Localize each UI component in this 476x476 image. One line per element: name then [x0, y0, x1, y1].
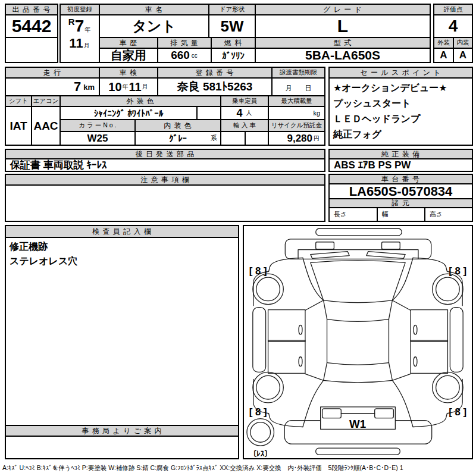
car-diagram: [ 8 ] [ 8 ] [ 8 ] [ 8 ] W1 〔ﾚｽ〕	[244, 226, 472, 458]
hood-outline	[298, 250, 418, 259]
inspection-value: 10 年 11 月	[99, 77, 158, 96]
era-letter: R	[68, 17, 75, 27]
car-name-value: タント	[99, 14, 209, 38]
damage-mark-front-left: [ 8 ]	[249, 265, 267, 277]
interior-color-value: ｸﾞﾚｰ 系	[134, 131, 221, 146]
side-sill-left	[253, 308, 266, 372]
inspector-notes-header: 検 査 員 記 入 欄	[5, 225, 239, 238]
front-wheel-right	[433, 274, 463, 304]
first-registration-value: R 7 年 11 月	[60, 14, 100, 63]
inspection-month-unit: 月	[142, 83, 148, 91]
a-pillar-left	[303, 258, 324, 310]
damage-mark-tailgate: W1	[349, 418, 366, 430]
rear-window-sides	[324, 363, 393, 381]
door-handle-front-right	[414, 325, 417, 334]
a-pillar-right	[392, 258, 413, 310]
first-registration-month-line: 11 月	[69, 36, 90, 51]
first-registration-month: 11	[69, 36, 83, 51]
lot-number-header: 出 品 番 号	[5, 4, 58, 15]
capacity-header: 乗車定員	[220, 95, 269, 107]
inspection-year-unit: 年	[123, 83, 129, 91]
lot-number-empty-box	[5, 37, 58, 63]
import-car-header: 輸 入 車	[220, 119, 269, 132]
car-diagram-box: [ 8 ] [ 8 ] [ 8 ] [ 8 ] W1 〔ﾚｽ〕	[243, 225, 473, 459]
office-notice-box	[5, 436, 239, 459]
roof-front-edge	[327, 319, 389, 321]
auction-sheet: 出 品 番 号 5442 初度登録 R 7 年 11 月 車 名 タント ドア形…	[0, 0, 476, 476]
headlight-right	[382, 242, 400, 249]
recycle-deposit-amount: 9,280	[287, 133, 312, 145]
import-car-cell-2	[245, 131, 269, 146]
rear-bumper-strip	[316, 448, 400, 455]
registration-number-value: 奈良 581ﾄ5263	[157, 77, 273, 96]
notes-box	[5, 184, 325, 222]
roof-sides	[327, 319, 389, 362]
exterior-color-suffix-cell	[196, 106, 221, 120]
exterior-grade-header: 外装	[433, 37, 454, 49]
model-code-value: 5BA-LA650S	[255, 48, 431, 63]
rear-fender-right	[413, 379, 462, 427]
side-sill-right	[450, 308, 463, 372]
fuel-header: 燃 料	[211, 37, 256, 49]
sales-points-header: セ ー ル ス ポ イ ン ト	[328, 67, 473, 79]
inspection-header: 車 検	[99, 67, 158, 79]
spec-height-cell: 高さ	[424, 207, 473, 222]
month-unit: 月	[84, 42, 90, 50]
transfer-docs-deadline-value: 月 日	[271, 77, 325, 96]
color-number-header: カ ラ ー N o .	[60, 119, 136, 132]
displacement-unit: cc	[192, 52, 198, 59]
capacity-number: 4	[236, 107, 242, 120]
headlight-left	[316, 242, 334, 249]
capacity-unit: 人	[246, 109, 252, 117]
office-notice-header: 事 務 局 よ り ご 案 内	[5, 425, 239, 437]
spare-tire-mark: 〔ﾚｽ〕	[249, 449, 272, 458]
car-history-value: 自家用	[99, 48, 158, 63]
front-wheel-right-inner	[436, 277, 460, 301]
rear-fender-left	[253, 379, 303, 427]
front-bumper-strip	[316, 228, 402, 236]
score-value: 4	[433, 14, 473, 38]
inspector-note-line: ステレオレス穴	[10, 254, 77, 268]
recycle-deposit-unit: 円	[314, 134, 320, 143]
front-bumper-body	[285, 239, 431, 259]
wiper-left	[311, 252, 349, 259]
chassis-number-value: LA650S-0570834	[328, 183, 473, 199]
aircon-value: AAC	[31, 106, 61, 146]
first-registration-header: 初度登録	[60, 4, 100, 15]
model-code-header: 型 式	[255, 37, 431, 49]
spare-tire	[247, 419, 274, 446]
wiper-right	[367, 252, 405, 259]
door-handle-rear-left	[299, 357, 302, 367]
exterior-grade-value: A	[433, 48, 454, 63]
rear-wheel-left-inner	[256, 375, 280, 399]
mileage-number: 7	[74, 79, 81, 95]
sales-point-line: ＬＥＤヘッドランプ	[333, 111, 420, 127]
rear-wheel-right-inner	[436, 375, 460, 399]
damage-mark-rear-left: [ 8 ]	[249, 406, 267, 418]
max-load-header: 最大積載量	[268, 95, 325, 107]
rear-window-bottom	[324, 380, 393, 382]
inspector-notes-box: 修正機跡 ステレオレス穴	[5, 237, 239, 426]
car-history-header: 車 歴	[99, 37, 158, 49]
door-handle-rear-right	[414, 357, 417, 367]
interior-grade-header: 内装	[453, 37, 473, 49]
sales-point-line: プッシュスタート	[333, 96, 411, 111]
displacement-value: 660 cc	[157, 48, 212, 63]
recycle-deposit-value: 9,280 円	[268, 131, 325, 146]
door-shape-header: ドア形状	[208, 4, 256, 15]
year-unit: 年	[84, 26, 90, 34]
door-handle-front-left	[299, 325, 302, 334]
notes-header: 注 意 事 項 欄	[5, 174, 325, 186]
fuel-value: ｶﾞｿﾘﾝ	[211, 48, 256, 63]
max-load-value: kg	[268, 106, 325, 120]
mileage-unit: km	[83, 83, 95, 92]
damage-mark-front-right: [ 8 ]	[449, 265, 466, 277]
displacement-number: 660	[171, 49, 190, 62]
interior-color-suffix: 系	[211, 134, 217, 143]
inspection-year: 10	[108, 80, 121, 94]
interior-color-name: ｸﾞﾚｰ	[169, 133, 187, 143]
inspection-month: 11	[129, 80, 142, 94]
exterior-color-value: ｼｬｲﾆﾝｸﾞ ﾎﾜｲﾄﾊﾟｰﾙ	[60, 106, 198, 120]
roof-rear-edge	[327, 363, 389, 365]
front-wheel-left-inner	[256, 277, 280, 301]
